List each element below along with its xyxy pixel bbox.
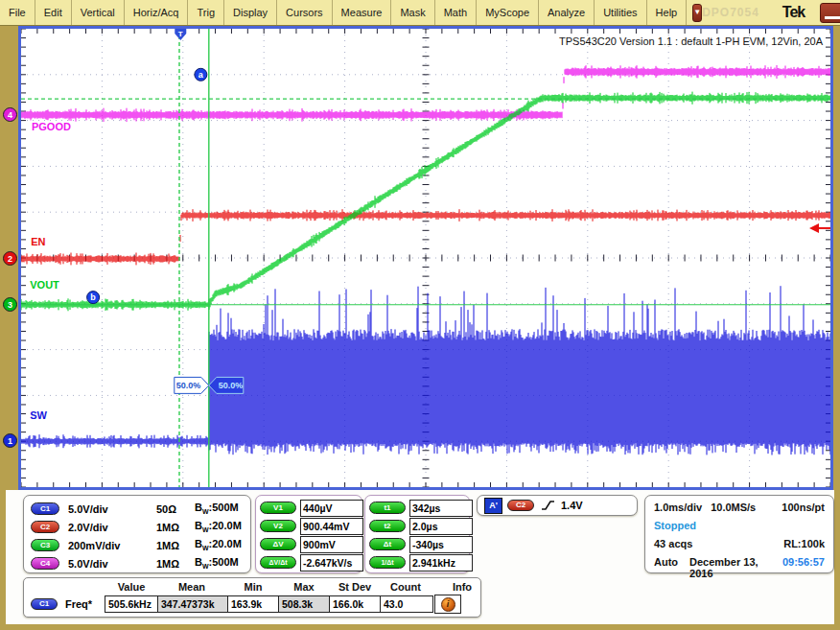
c3-scale: 200mV/div [68,540,156,551]
menu-horiz-acq[interactable]: Horiz/Acq [125,0,189,25]
menu-math[interactable]: Math [435,0,477,25]
header-mean: Mean [163,581,221,593]
trigger-mode: Auto [654,556,678,579]
c4-badge[interactable]: C4 [31,557,59,570]
c3-badge[interactable]: C3 [31,539,59,551]
chevron-down-icon: ▼ [693,8,701,16]
header-max: Max [275,581,333,593]
acquisition-status: Stopped [654,520,696,531]
c2-badge[interactable]: C2 [31,521,59,533]
tek-logo: Tek [782,4,805,21]
menu-file[interactable]: File [0,0,35,25]
minimize-icon [825,16,840,19]
info-button[interactable]: i [434,595,461,614]
dv-dt-value: -2.647kV/s [300,554,363,572]
sample-rate: 10.0MS/s [711,502,756,513]
graticule: PGOODENVOUTSWTPS543C20 Version 1.1 : def… [21,29,830,487]
header-min: Min [224,581,282,593]
v2-value: 900.44mV [300,518,363,535]
dv-dt-badge: ΔV/Δt [260,556,296,569]
header-count: Count [377,581,434,593]
info-icon: i [441,597,455,612]
trigger-level: 1.4V [561,500,583,511]
t-cursor-panel: t1 342µs t2 2.0µs Δt -340µs 1/Δt 2.941kH… [364,495,470,573]
menu-dropdown-button[interactable]: ▼ [692,4,702,22]
trigger-a-badge[interactable]: A' [484,498,502,514]
menu-mask[interactable]: Mask [391,0,434,25]
meas-c1-badge[interactable]: C1 [31,598,58,610]
svg-text:VOUT: VOUT [30,279,59,291]
v-cursor-panel: V1 440µV V2 900.44mV ΔV 900mV ΔV/Δt -2.6… [255,495,362,573]
v2-badge: V2 [260,520,296,532]
measurement-panel: Value Mean Min Max St Dev Count Info C1 … [23,577,481,618]
date-text: December 13, 2016 [689,556,782,579]
resolution: 100ns/pt [782,502,825,513]
header-stdev: St Dev [326,581,384,593]
meas-min: 163.9k [227,595,281,613]
rising-edge-icon [541,499,555,512]
t1-badge: t1 [369,502,406,514]
svg-text:T: T [178,30,183,38]
trigger-panel: A' C2 1.4V [477,495,638,516]
model-watermark: DPO7054 [702,6,759,19]
c1-badge[interactable]: C1 [31,502,59,515]
menu-myscope[interactable]: MyScope [477,0,539,25]
svg-text:EN: EN [31,236,45,247]
timebase-scale: 1.0ms/div [654,502,702,513]
meas-mean: 347.47373k [157,595,230,613]
menu-help[interactable]: Help [647,0,688,25]
meas-value: 505.6kHz [105,595,160,613]
svg-text:SW: SW [30,409,47,421]
delta-t-value: -340µs [409,536,473,553]
menu-bar: File Edit Vertical Horiz/Acq Trig Displa… [0,0,840,26]
c1-bandwidth: BW:500M [195,502,239,515]
trigger-source-badge[interactable]: C2 [507,500,534,511]
record-length: RL:100k [783,538,825,549]
inv-delta-t-value: 2.941kHz [409,554,473,572]
t1-value: 342µs [409,500,473,517]
header-info: Info [433,581,491,593]
c3-impedance: 1MΩ [156,540,195,551]
svg-text:50.0%: 50.0% [219,381,244,390]
c4-impedance: 1MΩ [156,558,195,570]
time-text: 09:56:57 [782,556,825,579]
meas-max: 508.3k [278,595,332,613]
c1-impedance: 50Ω [156,503,195,515]
meas-count: 43.0 [380,595,433,613]
meas-name: Freq* [65,598,92,610]
menu-edit[interactable]: Edit [35,0,72,25]
v1-badge: V1 [260,502,296,514]
c3-bandwidth: BW:20.0M [195,538,242,551]
oscilloscope-screen: File Edit Vertical Horiz/Acq Trig Displa… [0,0,840,630]
t2-value: 2.0µs [409,518,473,535]
menu-vertical[interactable]: Vertical [72,0,125,25]
minimize-button[interactable] [820,3,840,23]
menu-analyze[interactable]: Analyze [539,0,595,25]
svg-text:50.0%: 50.0% [176,381,201,390]
c2-bandwidth: BW:20.0M [195,520,242,533]
c4-scale: 5.0V/div [68,558,156,570]
waveform-display[interactable]: PGOODENVOUTSWTPS543C20 Version 1.1 : def… [18,26,833,490]
menu-display[interactable]: Display [224,0,277,25]
menu-cursors[interactable]: Cursors [277,0,333,25]
channel-3-marker[interactable]: 3 [3,297,17,312]
delta-v-badge: ΔV [260,538,296,550]
channel-2-marker[interactable]: 2 [3,251,17,266]
channel-1-marker[interactable]: 1 [3,433,17,448]
c1-scale: 5.0V/div [68,503,156,515]
menu-utilities[interactable]: Utilities [595,0,646,25]
svg-text:PGOOD: PGOOD [32,121,71,132]
channel-4-marker[interactable]: 4 [3,107,17,122]
timebase-panel: 1.0ms/div 10.0MS/s 100ns/pt Stopped 43 a… [644,495,834,573]
c2-impedance: 1MΩ [156,522,195,533]
c2-scale: 2.0V/div [68,522,156,533]
v1-value: 440µV [300,500,363,517]
svg-text:b: b [90,292,96,302]
delta-v-value: 900mV [300,536,363,553]
header-value: Value [103,581,160,593]
menu-measure[interactable]: Measure [333,0,392,25]
menu-trig[interactable]: Trig [188,0,224,25]
c4-bandwidth: BW:500M [195,556,239,570]
t2-badge: t2 [369,520,406,532]
inv-delta-t-badge: 1/Δt [369,556,406,569]
